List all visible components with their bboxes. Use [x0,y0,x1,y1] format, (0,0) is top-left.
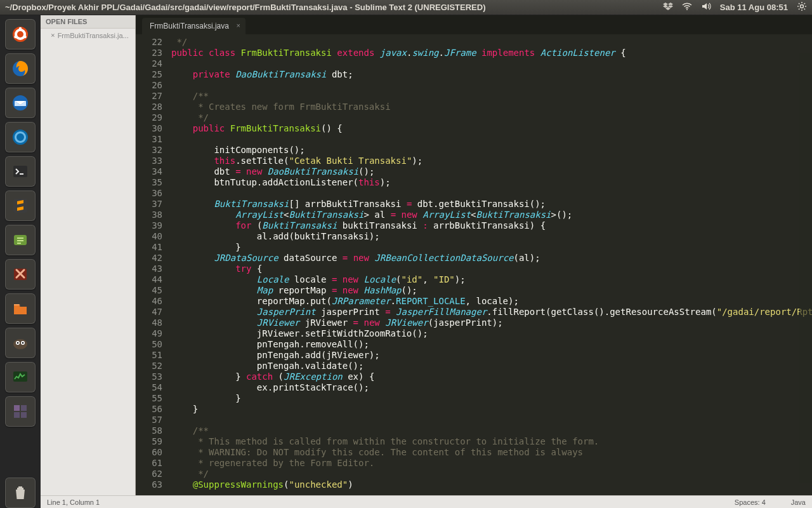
system-tray: Sab 11 Agu 08:51 [663,1,807,13]
close-icon[interactable]: × [236,22,240,29]
thunderbird-icon[interactable] [5,88,36,118]
sublime-icon[interactable] [5,190,36,221]
menu-bar: ~/Dropbox/Proyek Akhir PPL/Gadai/Gadai/s… [0,0,812,15]
open-file-label: FrmBuktiTransaksi.ja... [58,32,129,39]
code-area[interactable]: 22 23 24 25 26 27 28 29 30 31 32 33 34 3… [136,34,812,500]
terminal-icon[interactable] [5,156,36,187]
sidebar: OPEN FILES ×FrmBuktiTransaksi.ja... [41,15,136,508]
wifi-icon[interactable] [682,1,692,13]
svg-point-19 [22,342,24,344]
svg-rect-11 [13,166,27,177]
line-gutter: 22 23 24 25 26 27 28 29 30 31 32 33 34 3… [136,34,171,500]
svg-point-4 [17,31,23,37]
minimap[interactable] [799,53,812,483]
close-icon[interactable]: × [51,31,55,39]
window-title: ~/Dropbox/Proyek Akhir PPL/Gadai/Gadai/s… [5,3,663,12]
svg-point-1 [801,5,804,8]
clock[interactable]: Sab 11 Agu 08:51 [720,3,788,12]
dropbox-icon[interactable] [663,1,673,13]
svg-point-0 [686,9,688,10]
svg-point-7 [14,36,16,38]
editor-area: FrmBuktiTransaksi.java× 22 23 24 25 26 2… [136,15,812,508]
status-bar: Line 1, Column 1 Spaces: 4 Java [41,495,812,508]
open-files-header: OPEN FILES [41,15,135,29]
editor-tab[interactable]: FrmBuktiTransaksi.java× [142,18,246,34]
svg-point-6 [23,36,26,38]
svg-point-5 [19,27,22,30]
unity-launcher [0,15,41,508]
workspace-switcher-icon[interactable] [5,396,36,427]
system-monitor-icon[interactable] [5,362,36,392]
cursor-position: Line 1, Column 1 [47,498,735,506]
svg-rect-23 [14,412,20,418]
svg-rect-24 [21,412,27,418]
bluegriffon-icon[interactable] [5,122,36,152]
software-center-icon[interactable] [5,225,36,255]
svg-rect-21 [14,405,20,411]
firefox-icon[interactable] [5,53,36,84]
code-content[interactable]: */ public class FrmBuktiTransaksi extend… [171,34,812,500]
gear-icon[interactable] [797,1,807,13]
settings-icon[interactable] [5,259,36,290]
svg-point-18 [17,342,19,344]
tab-label: FrmBuktiTransaksi.java [150,22,229,30]
files-icon[interactable] [5,293,36,324]
open-file-item[interactable]: ×FrmBuktiTransaksi.ja... [41,29,135,42]
syntax-setting[interactable]: Java [791,498,806,506]
svg-rect-22 [21,405,27,411]
svg-point-15 [13,339,27,349]
indent-setting[interactable]: Spaces: 4 [735,498,766,506]
gimp-icon[interactable] [5,328,36,358]
dash-icon[interactable] [5,19,36,50]
tab-bar: FrmBuktiTransaksi.java× [136,15,812,34]
trash-icon[interactable] [5,478,36,508]
sublime-window: OPEN FILES ×FrmBuktiTransaksi.ja... FrmB… [41,15,812,508]
sound-icon[interactable] [701,1,711,13]
